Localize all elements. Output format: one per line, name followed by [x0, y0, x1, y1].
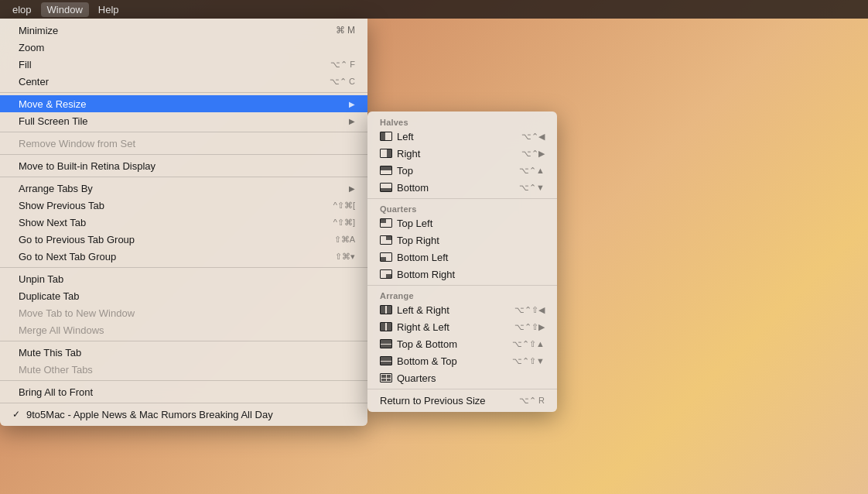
menu-item-merge-all-windows: Merge All Windows: [0, 321, 367, 338]
menubar-item-app[interactable]: elop: [6, 2, 38, 17]
right-icon: [380, 149, 392, 158]
menu-item-mute-this-tab[interactable]: Mute This Tab: [0, 344, 367, 361]
menu-item-remove-window: Remove Window from Set: [0, 135, 367, 152]
separator-1: [0, 92, 367, 93]
submenu-item-left-right[interactable]: Left & Right ⌥⌃⇧◀: [367, 301, 557, 318]
bottomright-icon: [380, 269, 392, 279]
menu-item-fill[interactable]: Fill ⌥⌃ F: [0, 56, 367, 73]
submenu-item-quarters[interactable]: Quarters: [367, 369, 557, 386]
section-label-halves: Halves: [367, 115, 557, 128]
menu-item-arrange-tabs[interactable]: Arrange Tabs By ▶: [0, 180, 367, 197]
top-icon: [380, 166, 392, 175]
menu-item-move-tab-new-window: Move Tab to New Window: [0, 304, 367, 321]
submenu-item-right[interactable]: Right ⌥⌃▶: [367, 145, 557, 162]
rightleft-icon: [380, 322, 392, 331]
menu-item-bring-all-front[interactable]: Bring All to Front: [0, 383, 367, 400]
menu-item-unpin-tab[interactable]: Unpin Tab: [0, 270, 367, 287]
menu-item-center[interactable]: Center ⌥⌃ C: [0, 73, 367, 90]
bottomleft-icon: [380, 252, 392, 262]
submenu-item-top-left[interactable]: Top Left: [367, 214, 557, 232]
menubar: elop Window Help: [0, 0, 868, 19]
bottomtop-icon: [380, 356, 392, 365]
separator-8: [0, 403, 367, 403]
menu-item-goto-prev-tabgroup[interactable]: Go to Previous Tab Group ⇧⌘A: [0, 231, 367, 248]
topleft-icon: [380, 218, 392, 228]
bottom-icon: [380, 183, 392, 192]
arrow-icon: ▶: [349, 117, 355, 125]
separator-3: [0, 154, 367, 155]
menu-item-zoom[interactable]: Zoom: [0, 39, 367, 56]
menu-item-show-prev-tab[interactable]: Show Previous Tab ^⇧⌘[: [0, 197, 367, 214]
section-label-arrange: Arrange: [367, 288, 557, 301]
left-icon: [380, 132, 392, 141]
menu-item-duplicate-tab[interactable]: Duplicate Tab: [0, 287, 367, 304]
menu-item-active-window[interactable]: ✓9to5Mac - Apple News & Mac Rumors Break…: [0, 406, 367, 423]
section-label-quarters: Quarters: [367, 201, 557, 214]
menu-item-full-screen-tile[interactable]: Full Screen Tile ▶: [0, 112, 367, 129]
submenu-item-return-prev-size[interactable]: Return to Previous Size ⌥⌃ R: [367, 392, 557, 409]
submenu-item-top-right[interactable]: Top Right: [367, 232, 557, 249]
submenu-sep-3: [367, 389, 557, 389]
separator-5: [0, 267, 367, 268]
submenu-sep-2: [367, 285, 557, 286]
menu-item-show-next-tab[interactable]: Show Next Tab ^⇧⌘]: [0, 214, 367, 231]
separator-6: [0, 341, 367, 341]
submenu-sep-1: [367, 198, 557, 199]
move-resize-submenu: Halves Left ⌥⌃◀ Right ⌥⌃▶ Top ⌥⌃▲ Bottom…: [367, 111, 557, 412]
topright-icon: [380, 235, 392, 245]
menubar-item-help[interactable]: Help: [92, 2, 125, 17]
submenu-item-left[interactable]: Left ⌥⌃◀: [367, 128, 557, 145]
submenu-item-top[interactable]: Top ⌥⌃▲: [367, 162, 557, 179]
window-menu: Minimize ⌘ M Zoom Fill ⌥⌃ F Center ⌥⌃ C …: [0, 19, 367, 426]
submenu-item-bottom[interactable]: Bottom ⌥⌃▼: [367, 179, 557, 196]
submenu-item-top-bottom[interactable]: Top & Bottom ⌥⌃⇧▲: [367, 335, 557, 352]
menu-item-mute-other-tabs: Mute Other Tabs: [0, 361, 367, 378]
menu-item-minimize[interactable]: Minimize ⌘ M: [0, 22, 367, 39]
separator-4: [0, 177, 367, 177]
menu-item-move-to-display[interactable]: Move to Built-in Retina Display: [0, 157, 367, 174]
separator-2: [0, 132, 367, 132]
menu-item-move-resize[interactable]: Move & Resize ▶: [0, 95, 367, 112]
submenu-item-bottom-right[interactable]: Bottom Right: [367, 266, 557, 283]
topbottom-icon: [380, 339, 392, 348]
leftright-icon: [380, 305, 392, 314]
submenu-item-right-left[interactable]: Right & Left ⌥⌃⇧▶: [367, 318, 557, 335]
menu-item-goto-next-tabgroup[interactable]: Go to Next Tab Group ⇧⌘▾: [0, 248, 367, 265]
menubar-item-window[interactable]: Window: [41, 2, 89, 17]
submenu-item-bottom-left[interactable]: Bottom Left: [367, 249, 557, 266]
quarters-icon: [380, 373, 392, 383]
submenu-item-bottom-top[interactable]: Bottom & Top ⌥⌃⇧▼: [367, 352, 557, 369]
arrow-icon: ▶: [349, 100, 355, 108]
arrow-icon: ▶: [349, 184, 355, 193]
separator-7: [0, 380, 367, 381]
